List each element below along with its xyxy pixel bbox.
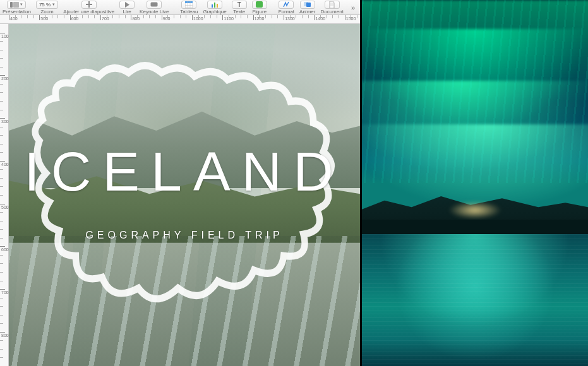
play-button[interactable] bbox=[119, 1, 135, 9]
ruler-v-tick: 200 bbox=[1, 76, 9, 81]
zoom-dropdown[interactable]: 75 % ▾ bbox=[36, 1, 58, 9]
ruler-v-tick: 100 bbox=[1, 34, 9, 38]
format-label: Format bbox=[279, 9, 294, 15]
toolbar-overflow-button[interactable]: » bbox=[349, 4, 357, 11]
desktop-wallpaper bbox=[362, 0, 588, 366]
zoom-value: 75 % bbox=[39, 2, 51, 8]
presentation-view-button[interactable]: ▾ bbox=[7, 1, 26, 9]
ruler-h-tick: 600 bbox=[71, 16, 79, 21]
zoom-label: Zoom bbox=[40, 9, 53, 15]
add-slide-button[interactable] bbox=[81, 1, 97, 9]
document-inspector-button[interactable] bbox=[325, 1, 340, 9]
svg-rect-14 bbox=[306, 3, 311, 7]
text-button[interactable]: T bbox=[232, 1, 247, 9]
animate-label: Animer bbox=[299, 9, 315, 15]
format-inspector-button[interactable] bbox=[279, 1, 294, 9]
add-slide-label: Ajouter une diapositive bbox=[63, 9, 114, 15]
ruler-horizontal: 4005006007008009001000110012001300140015… bbox=[0, 15, 360, 24]
ruler-h-tick: 800 bbox=[132, 16, 140, 21]
ruler-v-tick: 400 bbox=[1, 162, 9, 167]
ruler-h-tick: 900 bbox=[163, 16, 171, 21]
svg-rect-5 bbox=[185, 1, 193, 3]
svg-rect-0 bbox=[10, 2, 13, 8]
ruler-v-tick: 300 bbox=[1, 119, 9, 124]
svg-point-3 bbox=[153, 3, 155, 4]
ruler-v-tick: 700 bbox=[1, 290, 9, 295]
svg-rect-11 bbox=[217, 4, 218, 8]
keynote-live-button[interactable] bbox=[147, 1, 162, 9]
chart-button[interactable] bbox=[207, 1, 222, 9]
table-label: Tableau bbox=[180, 9, 198, 15]
document-label: Document bbox=[320, 9, 343, 15]
play-label: Lire bbox=[123, 9, 131, 15]
ruler-h-tick: 700 bbox=[102, 16, 109, 21]
svg-rect-1 bbox=[13, 2, 19, 8]
svg-rect-12 bbox=[256, 1, 263, 8]
ruler-h-tick: 400 bbox=[10, 16, 18, 21]
svg-rect-9 bbox=[212, 4, 213, 8]
shape-button[interactable] bbox=[252, 1, 267, 9]
ruler-h-tick: 500 bbox=[40, 16, 48, 21]
svg-rect-10 bbox=[214, 3, 215, 8]
keynote-live-label: Keynote Live bbox=[140, 9, 169, 15]
slide-canvas[interactable]: ICELAND GEOGRAPHY FIELD TRIP bbox=[9, 24, 360, 366]
presentation-view-label: Présentation bbox=[3, 9, 31, 15]
keynote-window: ▾ Présentation 75 % ▾ Zoom bbox=[0, 0, 360, 366]
shape-label: Figure bbox=[252, 9, 267, 15]
chart-label: Graphique bbox=[203, 9, 226, 15]
table-button[interactable] bbox=[181, 1, 196, 9]
text-label: Texte bbox=[233, 9, 245, 15]
ruler-vertical: 100200300400500600700800 bbox=[0, 24, 9, 366]
ruler-v-tick: 800 bbox=[1, 333, 9, 338]
toolbar: ▾ Présentation 75 % ▾ Zoom bbox=[0, 0, 360, 15]
ruler-v-tick: 500 bbox=[1, 205, 9, 210]
slide-background-image bbox=[9, 24, 360, 366]
animate-inspector-button[interactable] bbox=[300, 1, 315, 9]
ruler-v-tick: 600 bbox=[1, 247, 9, 252]
